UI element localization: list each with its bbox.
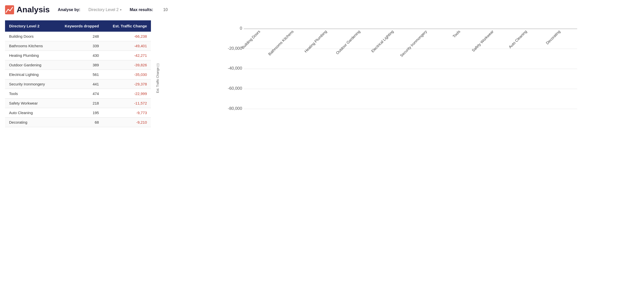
table-row: Outdoor Gardening 389 -39,826 <box>5 60 151 70</box>
cell-name: Electrical Lighting <box>5 70 55 79</box>
table-row: Electrical Lighting 561 -35,030 <box>5 70 151 79</box>
analyse-by-value: Directory Level 2 <box>88 8 118 12</box>
cell-name: Building Doors <box>5 32 55 41</box>
svg-text:Safety Workwear: Safety Workwear <box>471 29 494 53</box>
svg-text:Bathrooms Kitchens: Bathrooms Kitchens <box>267 29 294 56</box>
cell-name: Security Ironmongery <box>5 79 55 89</box>
cell-keywords: 389 <box>55 60 103 70</box>
cell-traffic: -35,030 <box>103 70 151 79</box>
cell-keywords: 68 <box>55 118 103 127</box>
svg-text:-80,000: -80,000 <box>228 106 242 111</box>
svg-text:Heating Plumbing: Heating Plumbing <box>303 29 328 53</box>
logo-area: Analysis <box>5 5 50 14</box>
cell-keywords: 441 <box>55 79 103 89</box>
cell-traffic: -39,826 <box>103 60 151 70</box>
cell-name: Auto Cleaning <box>5 108 55 118</box>
analyse-by-label: Analyse by: <box>58 8 80 12</box>
col-header-name: Directory Level 2 <box>5 20 55 32</box>
analyse-by-dropdown[interactable]: Directory Level 2 ▾ <box>88 8 122 12</box>
cell-keywords: 561 <box>55 70 103 79</box>
svg-text:Tools: Tools <box>452 29 461 38</box>
cell-keywords: 339 <box>55 41 103 51</box>
svg-text:-40,000: -40,000 <box>228 66 242 71</box>
cell-name: Decorating <box>5 118 55 127</box>
svg-text:-20,000: -20,000 <box>228 46 242 51</box>
svg-rect-0 <box>5 5 14 14</box>
svg-text:0: 0 <box>240 26 242 31</box>
col-header-traffic: Est. Traffic Change <box>103 20 151 32</box>
table-row: Auto Cleaning 195 -9,773 <box>5 108 151 118</box>
cell-name: Tools <box>5 89 55 99</box>
cell-name: Bathrooms Kitchens <box>5 41 55 51</box>
table-row: Bathrooms Kitchens 339 -49,401 <box>5 41 151 51</box>
cell-traffic: -11,572 <box>103 99 151 108</box>
col-header-keywords: Keywords dropped <box>55 20 103 32</box>
y-axis-label: Est. Traffic Change (-) <box>156 20 159 136</box>
cell-traffic: -42,271 <box>103 51 151 60</box>
cell-traffic: -9,210 <box>103 118 151 127</box>
cell-traffic: -49,401 <box>103 41 151 51</box>
table-header-row: Directory Level 2 Keywords dropped Est. … <box>5 20 151 32</box>
svg-text:Security Ironmongery: Security Ironmongery <box>399 29 428 58</box>
max-results-label: Max results: <box>130 8 153 12</box>
cell-keywords: 218 <box>55 99 103 108</box>
svg-text:Decorating: Decorating <box>545 29 561 45</box>
cell-name: Heating Plumbing <box>5 51 55 60</box>
page-header: Analysis Analyse by: Directory Level 2 ▾… <box>5 5 639 14</box>
table-row: Security Ironmongery 441 -29,378 <box>5 79 151 89</box>
table-row: Heating Plumbing 430 -42,271 <box>5 51 151 60</box>
chevron-down-icon: ▾ <box>120 8 122 12</box>
cell-traffic: -66,238 <box>103 32 151 41</box>
table-body: Building Doors 248 -66,238 Bathrooms Kit… <box>5 32 151 127</box>
cell-traffic: -22,999 <box>103 89 151 99</box>
cell-name: Outdoor Gardening <box>5 60 55 70</box>
table-row: Safety Workwear 218 -11,572 <box>5 99 151 108</box>
svg-text:-60,000: -60,000 <box>228 86 242 91</box>
svg-text:Outdoor Gardening: Outdoor Gardening <box>335 29 361 55</box>
cell-name: Safety Workwear <box>5 99 55 108</box>
data-table-wrapper: Directory Level 2 Keywords dropped Est. … <box>5 20 151 127</box>
logo-icon <box>5 5 14 14</box>
chart-container: 0-20,000-40,000-60,000-80,000Building Do… <box>174 20 639 151</box>
cell-keywords: 248 <box>55 32 103 41</box>
main-content: Directory Level 2 Keywords dropped Est. … <box>5 20 639 151</box>
cell-traffic: -29,378 <box>103 79 151 89</box>
svg-text:Auto Cleaning: Auto Cleaning <box>508 29 528 49</box>
max-results-value: 10 <box>163 8 168 12</box>
data-table: Directory Level 2 Keywords dropped Est. … <box>5 20 151 127</box>
table-row: Tools 474 -22,999 <box>5 89 151 99</box>
chart-area: Est. Traffic Change (-) 0-20,000-40,000-… <box>158 20 639 151</box>
cell-traffic: -9,773 <box>103 108 151 118</box>
bar-chart: 0-20,000-40,000-60,000-80,000Building Do… <box>174 20 639 151</box>
cell-keywords: 195 <box>55 108 103 118</box>
table-row: Decorating 68 -9,210 <box>5 118 151 127</box>
svg-text:Building Doors: Building Doors <box>240 29 261 50</box>
svg-text:Electrical Lighting: Electrical Lighting <box>370 29 394 53</box>
app-title: Analysis <box>17 5 50 14</box>
cell-keywords: 430 <box>55 51 103 60</box>
table-row: Building Doors 248 -66,238 <box>5 32 151 41</box>
cell-keywords: 474 <box>55 89 103 99</box>
